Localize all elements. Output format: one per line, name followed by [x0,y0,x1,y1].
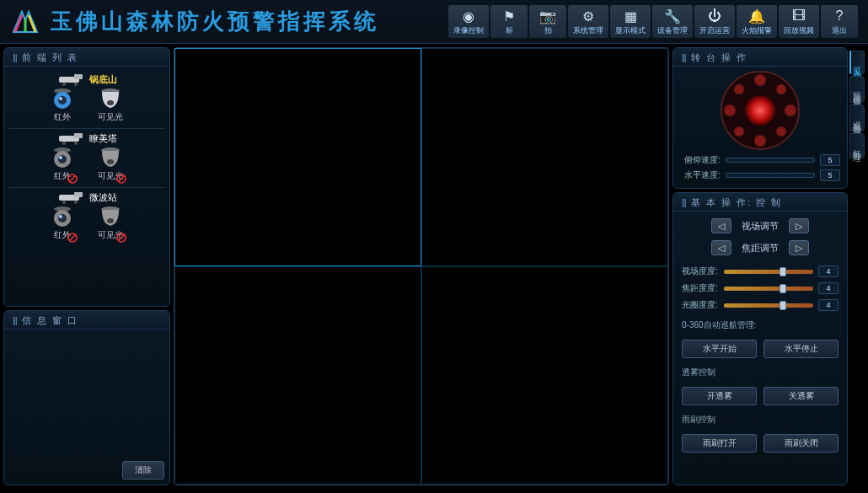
svg-point-9 [107,100,114,105]
tilt-speed-slider[interactable] [726,158,815,163]
top-btn-8[interactable]: 🎞回放视频 [779,5,819,38]
slider[interactable] [724,270,813,274]
slider[interactable] [724,287,813,291]
ball-camera-icon [51,206,74,228]
ir-camera[interactable]: 红外 [51,88,74,123]
top-btn-2[interactable]: 📷拍 [529,5,566,38]
device-name: 微波站 [89,191,117,204]
visible-label: 可见光 [98,111,123,123]
visible-camera[interactable]: 可见光 [98,88,123,123]
video-cell-3[interactable] [174,266,421,485]
op-button[interactable]: 水平停止 [764,340,839,358]
video-cell-2[interactable] [421,48,668,266]
svg-point-40 [754,74,766,86]
top-btn-label: 拍 [544,25,552,36]
top-btn-7[interactable]: 🔔火焰报警 [737,5,777,38]
op-button[interactable]: 水平开始 [682,340,757,358]
top-btn-3[interactable]: ⚙系统管理 [568,5,608,38]
increase-button[interactable]: ▷ [789,240,809,255]
camera-icon: 📷 [538,7,557,25]
ptz-panel: 转 台 操 作 [672,47,848,189]
svg-point-39 [745,95,775,126]
svg-point-43 [785,104,796,116]
svg-point-16 [58,155,67,163]
top-btn-label: 标 [506,25,513,36]
video-cell-1[interactable] [174,48,421,266]
svg-point-31 [59,215,62,218]
visible-camera[interactable]: 可见光 [98,147,123,182]
section-label: 雨刷控制 [682,414,839,426]
svg-point-44 [734,84,744,94]
slider[interactable] [724,303,813,308]
device-row[interactable]: 锅底山 红外 可见光 [9,70,164,129]
basic-title: 基 本 操 作: 控 制 [673,193,847,212]
video-grid [174,47,669,485]
flag-icon: ⚑ [500,7,518,25]
top-btn-label: 设备管理 [657,25,688,36]
side-tab[interactable]: 巡航点管理 [849,104,865,131]
top-btn-1[interactable]: ⚑标 [490,5,528,38]
wrench-icon: 🔧 [663,7,682,25]
svg-point-47 [776,126,786,137]
visible-camera[interactable]: 可见光 [98,206,123,241]
ir-label: 红外 [54,111,71,123]
ir-camera[interactable]: 红外 [51,206,74,241]
ptz-title: 转 台 操 作 [673,48,847,67]
dome-camera-icon [99,206,122,228]
svg-rect-11 [74,133,83,138]
svg-point-42 [724,104,736,116]
decrease-button[interactable]: ◁ [711,240,731,255]
svg-point-21 [107,159,114,164]
top-btn-6[interactable]: ⏻开启运营 [694,5,735,38]
svg-point-26 [62,201,66,204]
ptz-joystick[interactable] [720,70,801,151]
decrease-button[interactable]: ◁ [711,218,731,233]
top-btn-label: 退出 [832,25,847,36]
top-btn-label: 火焰报警 [742,25,772,36]
op-button[interactable]: 雨刷关闭 [764,434,839,453]
clear-button[interactable]: 清除 [122,461,164,480]
vehicle-icon [57,133,84,145]
svg-point-6 [58,96,67,104]
slider-label: 光圈度度: [682,299,719,311]
device-list-panel: 前 端 列 表 锅底山 红外 可见光 瞭美塔 [3,47,170,307]
vehicle-icon [57,192,84,204]
op-button[interactable]: 关透雾 [764,387,839,405]
device-row[interactable]: 微波站 红外 可见光 [9,188,164,246]
forbidden-icon [67,174,78,184]
device-name: 锅底山 [89,73,117,86]
svg-line-37 [119,235,125,241]
section-label: 0-360自动巡航管理: [682,319,839,331]
top-btn-5[interactable]: 🔧设备管理 [652,5,693,38]
slider-value: 4 [818,265,839,277]
op-button[interactable]: 开透雾 [682,387,757,405]
side-tab[interactable]: 红外管理 [849,133,865,158]
video-cell-4[interactable] [421,266,668,485]
svg-rect-25 [74,192,83,197]
siren-icon: 🔔 [747,7,766,25]
top-btn-label: 开启运营 [699,25,730,36]
svg-point-17 [59,156,62,159]
forbidden-icon [67,233,78,243]
increase-button[interactable]: ▷ [789,218,809,233]
top-btn-label: 显示模式 [615,25,646,36]
ir-camera[interactable]: 红外 [51,147,74,182]
op-button[interactable]: 雨刷打开 [682,434,757,453]
pan-speed-slider[interactable] [726,173,815,178]
top-btn-4[interactable]: ▦显示模式 [610,5,651,38]
side-tab[interactable]: 可见光 [849,51,865,74]
svg-point-12 [62,142,66,145]
side-tab[interactable]: 预置位管理 [849,76,865,103]
svg-line-23 [119,176,125,182]
top-btn-label: 回放视频 [784,25,814,36]
top-btn-0[interactable]: ◉录像控制 [448,5,489,38]
device-row[interactable]: 瞭美塔 红外 可见光 [9,129,164,188]
info-body [4,330,169,456]
top-btn-9[interactable]: ?退出 [821,5,858,38]
info-panel-title: 信 息 窗 口 [4,311,169,330]
ball-camera-icon [51,147,74,169]
svg-point-13 [74,142,78,145]
svg-point-35 [107,218,114,223]
slider-value: 4 [818,299,839,311]
pan-speed-value: 5 [820,169,840,181]
